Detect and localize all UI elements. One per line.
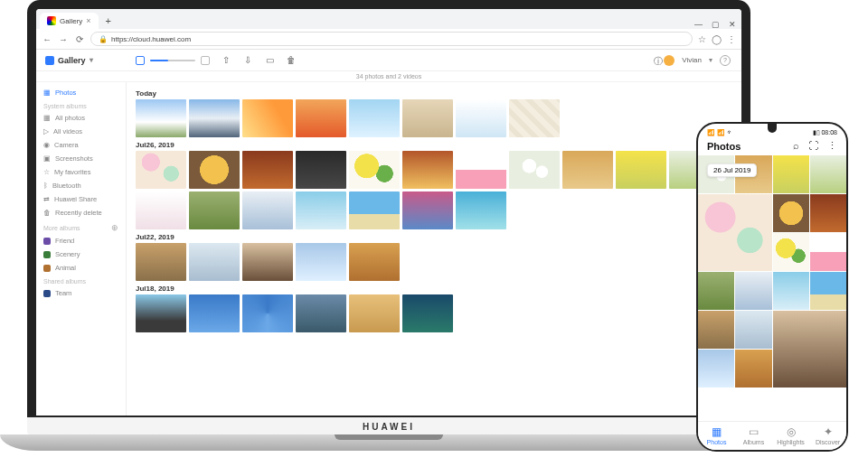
photo-thumbnail[interactable] — [735, 311, 771, 349]
app-title-area[interactable]: Gallery ▾ — [36, 56, 127, 65]
photo-thumbnail[interactable] — [189, 151, 240, 189]
photo-thumbnail[interactable] — [810, 194, 846, 232]
sidebar-item-animal[interactable]: Animal — [36, 261, 126, 275]
photo-thumbnail[interactable] — [773, 194, 809, 232]
photo-thumbnail[interactable] — [242, 294, 293, 332]
photo-thumbnail[interactable] — [402, 191, 453, 229]
upload-icon[interactable]: ⇧ — [221, 55, 231, 66]
nav-highlights[interactable]: ◎ Highlights — [772, 422, 809, 450]
download-icon[interactable]: ⇩ — [242, 55, 253, 66]
photo-thumbnail[interactable] — [296, 294, 346, 332]
info-icon[interactable]: ⓘ — [653, 55, 664, 66]
photo-thumbnail[interactable] — [456, 151, 506, 189]
sidebar-item-team[interactable]: Team — [36, 286, 126, 300]
add-album-icon[interactable]: ⊕ — [111, 223, 118, 232]
window-controls: — ▢ ✕ — [694, 20, 741, 29]
window-maximize-icon[interactable]: ▢ — [712, 20, 720, 29]
window-close-icon[interactable]: ✕ — [729, 20, 736, 29]
user-avatar[interactable] — [664, 55, 675, 66]
photo-thumbnail[interactable] — [136, 243, 186, 281]
photo-thumbnail[interactable] — [296, 191, 346, 229]
photo-thumbnail[interactable] — [189, 294, 240, 332]
user-name[interactable]: Vivian — [682, 56, 702, 64]
sidebar-item-screenshots[interactable]: ▣Screenshots — [36, 152, 126, 165]
photo-thumbnail[interactable] — [189, 191, 240, 229]
help-icon[interactable]: ? — [720, 55, 731, 66]
photo-thumbnail[interactable] — [296, 151, 346, 189]
nav-photos[interactable]: ▦ Photos — [698, 422, 735, 450]
photo-thumbnail[interactable] — [136, 191, 186, 229]
nav-forward-icon[interactable]: → — [58, 34, 69, 44]
photo-thumbnail[interactable] — [698, 350, 734, 388]
sidebar-item-recently-deleted[interactable]: 🗑Recently delete — [36, 206, 126, 219]
photo-thumbnail[interactable] — [509, 151, 560, 189]
photo-thumbnail[interactable] — [509, 99, 560, 137]
sidebar-item-bluetooth[interactable]: ᛒBluetooth — [36, 179, 126, 192]
photo-thumbnail[interactable] — [349, 99, 400, 137]
new-tab-button[interactable]: + — [100, 13, 117, 29]
photo-thumbnail[interactable] — [773, 272, 809, 310]
photo-thumbnail[interactable] — [136, 151, 186, 189]
url-input[interactable]: 🔒 https://cloud.huawei.com — [90, 32, 693, 46]
photo-thumbnail[interactable] — [456, 191, 506, 229]
photo-thumbnail[interactable] — [698, 272, 734, 310]
delete-icon[interactable]: 🗑 — [286, 55, 297, 66]
photo-thumbnail[interactable] — [189, 243, 240, 281]
account-icon[interactable]: ◯ — [712, 34, 722, 44]
move-icon[interactable]: ▭ — [264, 55, 275, 66]
view-list-icon[interactable] — [136, 56, 145, 65]
sidebar-item-camera[interactable]: ◉Camera — [36, 138, 126, 152]
photo-thumbnail[interactable] — [698, 311, 734, 349]
photo-thumbnail[interactable] — [810, 155, 846, 193]
photo-thumbnail[interactable] — [189, 99, 240, 137]
map-icon[interactable]: ⛶ — [808, 140, 818, 152]
sidebar-item-friend[interactable]: Friend — [36, 234, 126, 248]
sidebar-item-huawei-share[interactable]: ⇄Huawei Share — [36, 192, 126, 206]
browser-tab[interactable]: Gallery × — [40, 13, 99, 29]
photo-thumbnail[interactable] — [402, 151, 453, 189]
photo-thumbnail[interactable] — [136, 99, 186, 137]
photo-thumbnail[interactable] — [735, 272, 771, 310]
photo-thumbnail[interactable] — [242, 151, 293, 189]
nav-reload-icon[interactable]: ⟳ — [74, 34, 85, 44]
photo-thumbnail[interactable] — [349, 191, 400, 229]
photo-thumbnail[interactable] — [349, 294, 400, 332]
photo-thumbnail[interactable] — [242, 191, 293, 229]
bookmark-icon[interactable]: ☆ — [698, 34, 706, 44]
photo-thumbnail[interactable] — [349, 151, 400, 189]
photo-thumbnail[interactable] — [698, 194, 772, 271]
sidebar-item-favorites[interactable]: ☆My favorites — [36, 165, 126, 179]
photo-thumbnail[interactable] — [296, 99, 346, 137]
nav-discover[interactable]: ✦ Discover — [809, 422, 846, 450]
photo-thumbnail[interactable] — [242, 243, 293, 281]
view-grid-icon[interactable] — [201, 56, 210, 65]
window-minimize-icon[interactable]: — — [694, 20, 703, 29]
photo-thumbnail[interactable] — [562, 151, 613, 189]
photo-thumbnail[interactable] — [773, 233, 809, 271]
browser-menu-icon[interactable]: ⋮ — [727, 34, 736, 44]
sidebar-item-all-photos[interactable]: ▦All photos — [36, 111, 126, 125]
photo-thumbnail[interactable] — [402, 99, 453, 137]
photo-thumbnail[interactable] — [616, 151, 666, 189]
photo-thumbnail[interactable] — [810, 233, 846, 271]
search-icon[interactable]: ⌕ — [793, 140, 799, 152]
photo-thumbnail[interactable] — [349, 243, 400, 281]
photo-thumbnail[interactable] — [456, 99, 506, 137]
photo-thumbnail[interactable] — [773, 155, 809, 193]
more-icon[interactable]: ⋮ — [827, 140, 837, 152]
sidebar-item-photos[interactable]: ▦ Photos — [36, 86, 126, 99]
photo-thumbnail[interactable] — [242, 99, 293, 137]
tab-close-icon[interactable]: × — [86, 16, 90, 25]
nav-back-icon[interactable]: ← — [42, 34, 52, 44]
photo-thumbnail[interactable] — [810, 272, 846, 310]
photo-thumbnail[interactable] — [296, 243, 346, 281]
photo-thumbnail[interactable] — [735, 350, 771, 388]
sidebar-item-scenery[interactable]: Scenery — [36, 248, 126, 261]
nav-albums[interactable]: ▭ Albums — [735, 422, 772, 450]
thumbnail-size-slider[interactable] — [150, 60, 195, 61]
sidebar-item-all-videos[interactable]: ▷All videos — [36, 125, 126, 138]
photo-thumbnail[interactable] — [136, 294, 186, 332]
photo-thumbnail[interactable] — [402, 294, 453, 332]
photo-thumbnail[interactable] — [773, 311, 847, 388]
tab-strip: Gallery × + — ▢ ✕ — [36, 9, 741, 29]
